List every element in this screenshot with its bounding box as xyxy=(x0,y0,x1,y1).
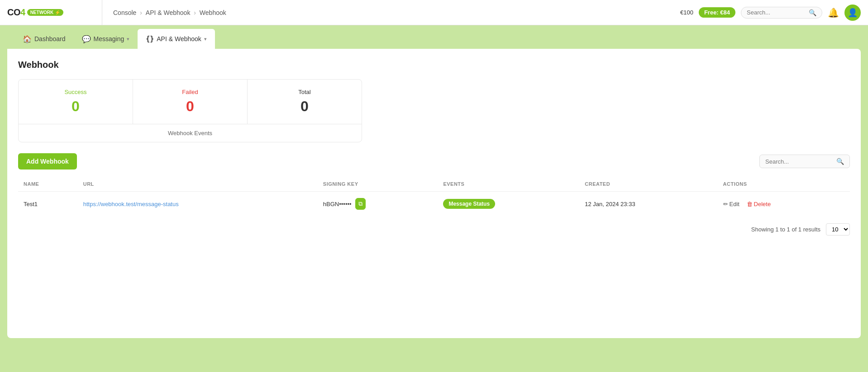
breadcrumb-sep1: › xyxy=(140,9,144,16)
stat-failed-value: 0 xyxy=(140,98,240,115)
col-signing-key: SIGNING KEY xyxy=(318,177,438,192)
global-search-box[interactable]: 🔍 xyxy=(741,7,822,19)
edit-label: Edit xyxy=(730,201,739,207)
avatar[interactable]: 👤 xyxy=(844,5,861,21)
table-header: NAME URL SIGNING KEY EVENTS CREATED ACTI… xyxy=(18,177,850,192)
stat-success-label: Success xyxy=(26,89,125,95)
col-name: NAME xyxy=(18,177,78,192)
add-webhook-button[interactable]: Add Webhook xyxy=(18,153,77,170)
tab-api-webhook[interactable]: {} API & Webhook ▾ xyxy=(138,29,215,49)
notification-button[interactable]: 🔔 xyxy=(828,7,839,18)
toolbar: Add Webhook 🔍 xyxy=(18,153,850,170)
copy-signing-key-button[interactable]: ⧉ xyxy=(355,198,366,210)
breadcrumb: Console › API & Webhook › Webhook xyxy=(102,9,680,16)
bell-icon: 🔔 xyxy=(828,7,839,18)
tabbar: 🏠 Dashboard 💬 Messaging ▾ {} API & Webho… xyxy=(0,25,868,49)
logo-co-text: CO xyxy=(7,7,20,17)
pagination-row: Showing 1 to 1 of 1 results 10 25 50 xyxy=(18,223,850,235)
col-created: CREATED xyxy=(579,177,717,192)
table-search-box[interactable]: 🔍 xyxy=(759,155,850,168)
topbar: CO4 NETWORK ⚡ Console › API & Webhook › … xyxy=(0,0,868,25)
copy-icon: ⧉ xyxy=(358,200,362,207)
table-row: Test1 https://webhook.test/message-statu… xyxy=(18,192,850,217)
col-events: EVENTS xyxy=(438,177,579,192)
trash-icon: 🗑 xyxy=(747,201,753,207)
stats-card: Success 0 Failed 0 Total 0 Webhook Event… xyxy=(18,79,362,142)
delete-label: Delete xyxy=(754,201,771,207)
edit-button[interactable]: ✏ Edit xyxy=(723,201,739,207)
global-search-input[interactable] xyxy=(747,9,806,16)
tab-dashboard-label: Dashboard xyxy=(34,35,66,42)
table-search-input[interactable] xyxy=(765,158,834,165)
avatar-icon: 👤 xyxy=(848,8,858,18)
logo-area: CO4 NETWORK ⚡ xyxy=(7,0,102,25)
stat-total-label: Total xyxy=(255,89,354,95)
messaging-icon: 💬 xyxy=(82,35,91,43)
breadcrumb-sep2: › xyxy=(194,9,198,16)
pagination-showing-text: Showing 1 to 1 of 1 results xyxy=(751,226,820,233)
event-badge: Message Status xyxy=(443,199,495,209)
row-events: Message Status xyxy=(438,192,579,217)
balance-display: €100 xyxy=(680,9,693,16)
col-url: URL xyxy=(78,177,318,192)
stat-failed: Failed 0 xyxy=(133,80,248,124)
signing-key-masked: hBGN•••••• xyxy=(323,201,352,207)
home-icon: 🏠 xyxy=(23,35,32,43)
stat-total-value: 0 xyxy=(255,98,354,115)
edit-icon: ✏ xyxy=(723,201,728,207)
page-title: Webhook xyxy=(18,60,850,70)
table-search-icon: 🔍 xyxy=(836,158,844,165)
breadcrumb-webhook: Webhook xyxy=(200,9,226,16)
stat-total: Total 0 xyxy=(248,80,362,124)
stats-footer: Webhook Events xyxy=(19,124,362,142)
row-name: Test1 xyxy=(18,192,78,217)
stat-success-value: 0 xyxy=(26,98,125,115)
signing-key-row: hBGN•••••• ⧉ xyxy=(323,198,433,210)
topbar-right: €100 Free: €84 🔍 🔔 👤 xyxy=(680,5,861,21)
stats-row: Success 0 Failed 0 Total 0 xyxy=(19,80,362,124)
stat-success: Success 0 xyxy=(19,80,133,124)
tab-messaging-label: Messaging xyxy=(94,35,124,42)
api-icon: {} xyxy=(146,35,154,43)
main-content: Webhook Success 0 Failed 0 Total 0 Webho… xyxy=(7,49,861,338)
row-actions: ✏ Edit 🗑 Delete xyxy=(718,192,850,217)
row-url: https://webhook.test/message-status xyxy=(78,192,318,217)
logo-network-badge: NETWORK ⚡ xyxy=(27,9,63,16)
logo-co: CO4 xyxy=(7,7,25,18)
tab-api-webhook-label: API & Webhook xyxy=(157,35,201,42)
table-body: Test1 https://webhook.test/message-statu… xyxy=(18,192,850,217)
webhook-table: NAME URL SIGNING KEY EVENTS CREATED ACTI… xyxy=(18,177,850,216)
row-url-link[interactable]: https://webhook.test/message-status xyxy=(83,201,179,207)
tab-messaging[interactable]: 💬 Messaging ▾ xyxy=(74,29,138,49)
breadcrumb-console[interactable]: Console xyxy=(113,9,136,16)
messaging-dropdown-icon: ▾ xyxy=(127,36,129,42)
per-page-select[interactable]: 10 25 50 xyxy=(826,223,850,235)
row-created: 12 Jan, 2024 23:33 xyxy=(579,192,717,217)
logo-4-text: 4 xyxy=(20,7,25,17)
stat-failed-label: Failed xyxy=(140,89,240,95)
col-actions: ACTIONS xyxy=(718,177,850,192)
api-dropdown-icon: ▾ xyxy=(204,36,207,42)
free-balance-badge: Free: €84 xyxy=(699,7,735,18)
delete-button[interactable]: 🗑 Delete xyxy=(747,201,771,207)
tab-dashboard[interactable]: 🏠 Dashboard xyxy=(14,29,74,49)
breadcrumb-api-webhook[interactable]: API & Webhook xyxy=(146,9,191,16)
row-signing-key: hBGN•••••• ⧉ xyxy=(318,192,438,217)
global-search-icon: 🔍 xyxy=(809,9,816,16)
